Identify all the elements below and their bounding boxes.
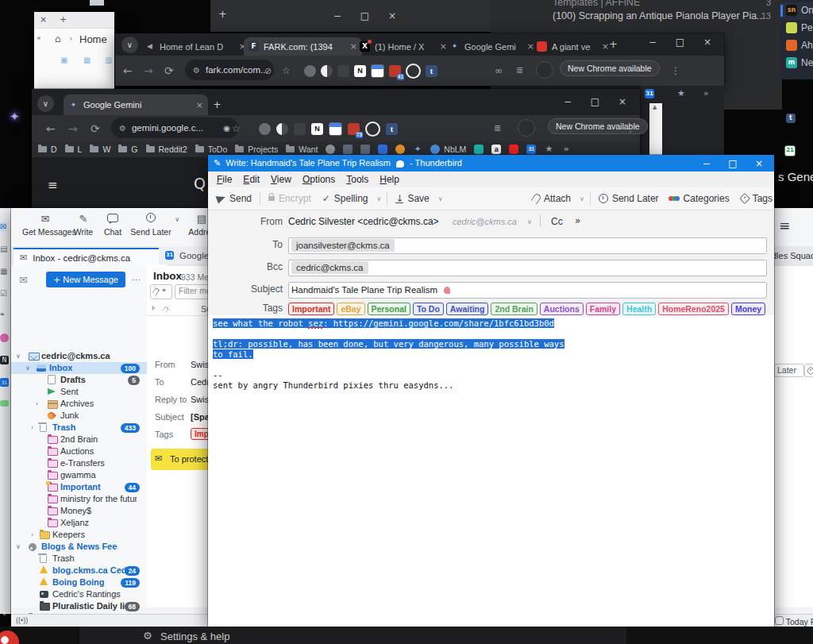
- compose-tag-to-do[interactable]: To Do: [413, 303, 444, 315]
- tab-google-gemini[interactable]: ✦Google Gemini×: [445, 37, 539, 56]
- tb-toolbar-write[interactable]: ✎Write: [70, 213, 97, 237]
- star-bookmark-icon[interactable]: ★: [544, 145, 553, 154]
- minimize-icon[interactable]: −: [326, 7, 349, 25]
- tab-search-icon[interactable]: ∨: [121, 37, 138, 53]
- app-menu-icon[interactable]: ≡: [779, 218, 790, 233]
- menu-dots-icon[interactable]: ⋮: [626, 117, 635, 141]
- mountain-bookmark-icon[interactable]: [343, 145, 353, 154]
- bcc-recipient-pill[interactable]: cedric@ckms.ca: [291, 261, 368, 274]
- folder-item-cedric-s-rantings[interactable]: Cedric's Rantings: [11, 588, 147, 600]
- subject-input[interactable]: Handmaid's Tale Plane Trip Realism: [288, 282, 767, 299]
- send-button[interactable]: Send: [211, 189, 257, 208]
- close-icon[interactable]: ×: [611, 93, 634, 110]
- new-tab-icon[interactable]: +: [213, 98, 222, 110]
- addressbook-space-icon[interactable]: ▤: [0, 245, 7, 253]
- bookmark-star-icon[interactable]: ☆: [232, 117, 241, 141]
- compose-tag-ebay[interactable]: eBay: [337, 303, 364, 315]
- compose-tag-important[interactable]: Important: [288, 303, 334, 315]
- faded-extension-icon[interactable]: [337, 65, 349, 77]
- compose-tag-money[interactable]: Money: [731, 303, 765, 315]
- badge-extension-icon[interactable]: 73: [348, 123, 360, 135]
- mail-space-icon[interactable]: ✉: [0, 222, 6, 231]
- pane-menu-button[interactable]: ...: [132, 272, 141, 282]
- tb-toolbar-get-messages[interactable]: ✉Get Messages: [22, 213, 68, 237]
- preview-eye-icon[interactable]: ◉: [223, 124, 230, 133]
- bookmark-nblm[interactable]: NbLM: [430, 145, 466, 154]
- notion-space-icon[interactable]: N: [0, 356, 9, 364]
- compose-tag-health[interactable]: Health: [622, 303, 656, 315]
- rail-item-ah[interactable]: Ah: [780, 37, 813, 55]
- bookmark-folder-g[interactable]: G: [118, 145, 137, 154]
- tab-close-icon[interactable]: ×: [602, 41, 609, 52]
- speaker-extension-icon[interactable]: [304, 65, 316, 77]
- send-later-button[interactable]: Send Later: [593, 189, 665, 208]
- folder-item-cedric-ckms-ca[interactable]: ∨cedric@ckms.ca: [11, 350, 147, 362]
- minimize-icon[interactable]: −: [641, 33, 665, 51]
- folder-item-junk[interactable]: Junk: [11, 410, 147, 422]
- expand-icon[interactable]: ∨: [25, 362, 30, 374]
- bcc-input[interactable]: cedric@ckms.ca: [288, 260, 767, 276]
- tumblr-extension-icon[interactable]: t: [386, 123, 398, 135]
- tasks-space-icon[interactable]: ☑: [0, 289, 7, 298]
- tag-fragment-button[interactable]: [804, 364, 813, 377]
- folder-item-blog-ckms-ca-ced-[interactable]: blog.ckms.ca Ced...24: [11, 565, 147, 577]
- menu-dots-icon[interactable]: ⋮: [671, 59, 680, 83]
- compose-tag-family[interactable]: Family: [586, 303, 620, 315]
- spam-banner[interactable]: ✉ To protect: [151, 449, 210, 470]
- close-icon[interactable]: ×: [695, 33, 719, 51]
- calendar-icon[interactable]: 21: [784, 145, 796, 156]
- calendar-extension-icon[interactable]: [329, 122, 342, 136]
- star-bookmark-icon[interactable]: ★: [677, 88, 685, 98]
- mountain-bookmark-icon[interactable]: [360, 145, 370, 154]
- minimize-icon[interactable]: −: [695, 155, 719, 172]
- encrypt-button[interactable]: Encrypt: [263, 189, 317, 208]
- compose-tag-2nd-brain[interactable]: 2nd Brain: [491, 303, 537, 315]
- home-icon[interactable]: ⌂: [55, 33, 61, 44]
- compose-tag-awaiting[interactable]: Awaiting: [446, 303, 489, 315]
- folder-item-gwamma[interactable]: gwamma: [11, 469, 147, 481]
- site-settings-icon[interactable]: ⚙: [119, 124, 126, 133]
- folder-item-blogs-news-feeds[interactable]: ∨Blogs & News Feeds: [11, 541, 147, 553]
- tab-search-icon[interactable]: ∨: [37, 95, 54, 112]
- to-recipient-pill[interactable]: joansilvester@ckms.ca: [291, 239, 395, 252]
- maximize-icon[interactable]: □: [353, 7, 376, 25]
- ph-bookmark-icon[interactable]: [378, 145, 387, 154]
- rail-item-pe[interactable]: Pe: [780, 20, 813, 37]
- speaker-extension-icon[interactable]: [259, 123, 271, 135]
- gcal-space-icon[interactable]: 31: [0, 378, 9, 387]
- quick-filter-button[interactable]: ⌖: [150, 284, 172, 299]
- chevron-down-icon[interactable]: ∨: [524, 218, 535, 226]
- new-tab-icon[interactable]: +: [60, 14, 67, 25]
- green-space-icon[interactable]: [0, 400, 9, 407]
- tags-button[interactable]: Tags: [735, 189, 774, 208]
- menu-view[interactable]: View: [265, 172, 297, 187]
- background-tab-entry[interactable]: (100) Scrapping an Antique Pianola Playe…: [491, 10, 782, 23]
- share-icon[interactable]: ⊘: [264, 60, 272, 83]
- tb-toolbar-chat[interactable]: Chat: [100, 213, 125, 237]
- moon-extension-icon[interactable]: [321, 65, 333, 77]
- breadcrumb-label[interactable]: Home: [79, 33, 107, 45]
- playlist-icon[interactable]: ≣: [494, 117, 501, 141]
- tab-close-icon[interactable]: ×: [196, 100, 203, 110]
- folder-item-trash[interactable]: Trash: [11, 553, 147, 565]
- folder-item-pluralistic-daily-li-[interactable]: Pluralistic Daily li...68: [11, 600, 147, 612]
- image-tool-icon[interactable]: ▦: [83, 56, 91, 64]
- folder-item-money-[interactable]: Money$: [11, 505, 147, 517]
- calendar-bookmark-icon[interactable]: 31: [645, 89, 654, 98]
- globe-bookmark-icon[interactable]: [326, 145, 335, 154]
- tab-google-gemini[interactable]: ✦ Google Gemini ×: [64, 94, 208, 115]
- site-settings-icon[interactable]: ⚙: [193, 66, 200, 75]
- taskbar-app-icon[interactable]: [0, 631, 19, 644]
- expand-icon[interactable]: ›: [36, 398, 38, 410]
- minimize-icon[interactable]: −: [556, 93, 580, 110]
- settings-help-label[interactable]: Settings & help: [160, 631, 229, 642]
- folder-item-sent[interactable]: Sent: [11, 386, 147, 398]
- folder-item-trash[interactable]: ›Trash433: [11, 422, 147, 434]
- background-tab-entry[interactable]: Templates | AFFiNE3: [491, 0, 782, 10]
- tab-inbox[interactable]: ✉ Inbox - cedric@ckms.ca: [13, 248, 168, 266]
- close-icon[interactable]: ×: [40, 14, 47, 25]
- tab--1-home-x[interactable]: X(1) Home / X×: [355, 37, 452, 56]
- reload-icon[interactable]: ⟳: [91, 117, 100, 141]
- update-chrome-button[interactable]: New Chrome available: [560, 60, 660, 76]
- reload-icon[interactable]: ⟳: [164, 59, 174, 83]
